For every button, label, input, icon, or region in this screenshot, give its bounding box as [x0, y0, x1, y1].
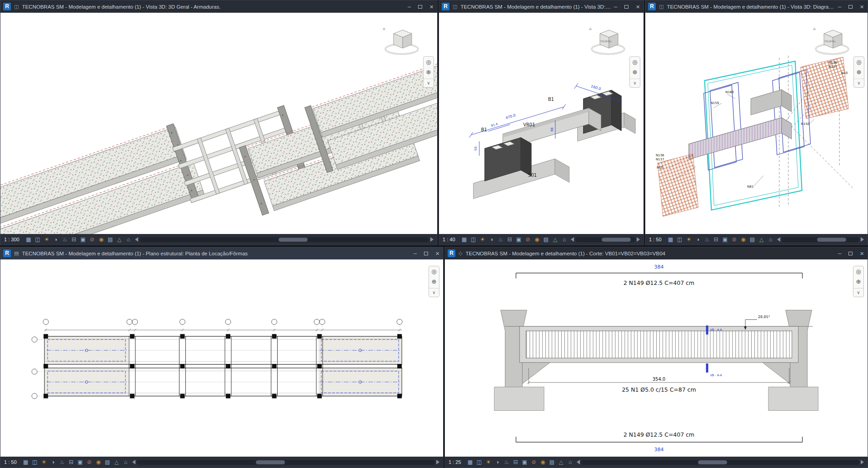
- detail-level-icon[interactable]: ▦: [667, 234, 675, 244]
- close-button[interactable]: ×: [860, 4, 864, 10]
- reveal-hidden-elements-icon[interactable]: ◉: [533, 234, 541, 244]
- sun-path-icon[interactable]: ☀: [43, 234, 51, 244]
- scrollbar-track[interactable]: [137, 460, 435, 465]
- temporary-hide-isolate-icon[interactable]: ⊘: [85, 457, 94, 467]
- viewcube-home-icon[interactable]: ⌂: [813, 26, 816, 31]
- viewcube[interactable]: ⌂: [379, 24, 423, 58]
- viewport-plan[interactable]: ◎ ⊕ ∨: [0, 259, 443, 457]
- minimize-button[interactable]: –: [414, 250, 417, 256]
- visual-style-icon[interactable]: ◫: [34, 234, 42, 244]
- close-button[interactable]: ×: [636, 4, 640, 10]
- shadows-icon[interactable]: ◑: [52, 234, 60, 244]
- show-crop-region-icon[interactable]: ▣: [76, 457, 85, 467]
- temporary-hide-isolate-icon[interactable]: ⊘: [530, 457, 538, 467]
- navbar-expand-icon[interactable]: ∨: [429, 288, 439, 295]
- scroll-left-arrow[interactable]: [132, 460, 135, 464]
- scrollbar-track[interactable]: [575, 237, 635, 242]
- viewport-3d-beam[interactable]: 470.0 160.0 91.4 60 98 B1 B1 VR01 S01 ⌂: [439, 13, 644, 234]
- scroll-left-arrow[interactable]: [135, 237, 138, 242]
- sun-path-icon[interactable]: ☀: [685, 234, 693, 244]
- restore-button[interactable]: [424, 252, 428, 255]
- temporary-view-properties-icon[interactable]: ▤: [748, 234, 757, 244]
- window-3d-rebar-diagram[interactable]: R ◫ TECNOBRAS SM - Modelagem e detalhame…: [645, 0, 868, 245]
- wheel-2d-icon[interactable]: ◎: [856, 268, 861, 275]
- viewcube-home-icon[interactable]: ⌂: [383, 26, 385, 31]
- scrollbar-thumb[interactable]: [698, 460, 727, 464]
- crop-view-icon[interactable]: ⊟: [67, 457, 75, 467]
- highlight-displacement-sets-icon[interactable]: ⌂: [122, 457, 130, 467]
- highlight-displacement-sets-icon[interactable]: ⌂: [125, 234, 133, 244]
- viewcube[interactable]: ⌂ FRONTAL: [809, 24, 853, 58]
- visual-style-icon[interactable]: ◫: [469, 234, 478, 244]
- window-titlebar[interactable]: R ▤ TECNOBRAS SM - Modelagem e detalhame…: [0, 247, 443, 259]
- detail-level-icon[interactable]: ▦: [22, 457, 30, 467]
- temporary-hide-isolate-icon[interactable]: ⊘: [524, 234, 532, 244]
- viewport-3d-geral[interactable]: ⌂ ◎ ⊕ ∨: [0, 13, 437, 234]
- crop-view-icon[interactable]: ⊟: [506, 234, 514, 244]
- navbar-expand-icon[interactable]: ∨: [853, 288, 863, 295]
- window-3d-beam[interactable]: R ◫ TECNOBRAS SM - Modelagem e detalhame…: [439, 0, 644, 245]
- show-rendering-dialog-icon[interactable]: ♨: [503, 457, 511, 467]
- detail-level-icon[interactable]: ▦: [460, 234, 469, 244]
- viewcube-home-icon[interactable]: ⌂: [589, 26, 592, 31]
- visual-style-icon[interactable]: ◫: [31, 457, 39, 467]
- wheel-2d-icon[interactable]: ◎: [431, 268, 436, 275]
- scrollbar-track[interactable]: [140, 237, 429, 242]
- window-titlebar[interactable]: R ◫ TECNOBRAS SM - Modelagem e detalhame…: [0, 0, 437, 13]
- highlight-displacement-sets-icon[interactable]: ⌂: [767, 234, 775, 244]
- horizontal-scrollbar[interactable]: [571, 236, 640, 243]
- highlight-displacement-sets-icon[interactable]: ⌂: [566, 457, 574, 467]
- scrollbar-track[interactable]: [581, 460, 859, 465]
- view-scale-button[interactable]: 1 : 40: [441, 237, 459, 242]
- scroll-right-arrow[interactable]: [861, 237, 864, 242]
- shadows-icon[interactable]: ◑: [494, 457, 502, 467]
- horizontal-scrollbar[interactable]: [577, 459, 864, 465]
- show-rendering-dialog-icon[interactable]: ♨: [58, 457, 66, 467]
- viewport-section[interactable]: 384 2 N149 Ø12.5 C=407 cm VB - A-A: [445, 259, 868, 457]
- sun-path-icon[interactable]: ☀: [484, 457, 493, 467]
- show-crop-region-icon[interactable]: ▣: [521, 457, 529, 467]
- navigation-bar[interactable]: ◎ ⊕ ∨: [423, 56, 434, 88]
- minimize-button[interactable]: –: [408, 4, 411, 10]
- scroll-right-arrow[interactable]: [861, 460, 864, 464]
- crop-view-icon[interactable]: ⊟: [70, 234, 78, 244]
- sun-path-icon[interactable]: ☀: [40, 457, 48, 467]
- window-titlebar[interactable]: R ◇ TECNOBRAS SM - Modelagem e detalhame…: [445, 247, 868, 259]
- window-plan-locacao-formas[interactable]: R ▤ TECNOBRAS SM - Modelagem e detalhame…: [0, 247, 444, 468]
- window-titlebar[interactable]: R ◫ TECNOBRAS SM - Modelagem e detalhame…: [439, 0, 644, 13]
- navigation-bar[interactable]: ◎ ⊕ ∨: [853, 266, 864, 297]
- restore-button[interactable]: [848, 5, 853, 9]
- minimize-button[interactable]: –: [838, 250, 841, 256]
- visual-style-icon[interactable]: ◫: [676, 234, 684, 244]
- viewcube-cube[interactable]: FRONTAL: [600, 30, 618, 48]
- steering-wheel-icon[interactable]: ◎: [632, 59, 637, 65]
- scroll-right-arrow[interactable]: [430, 237, 434, 242]
- viewcube-cube[interactable]: [394, 30, 412, 48]
- reveal-hidden-elements-icon[interactable]: ◉: [95, 457, 103, 467]
- show-analytical-model-icon[interactable]: △: [557, 457, 565, 467]
- show-rendering-dialog-icon[interactable]: ♨: [497, 234, 505, 244]
- restore-button[interactable]: [848, 252, 853, 255]
- window-3d-geral-armaduras[interactable]: R ◫ TECNOBRAS SM - Modelagem e detalhame…: [0, 0, 438, 245]
- temporary-hide-isolate-icon[interactable]: ⊘: [88, 234, 96, 244]
- detail-level-icon[interactable]: ▦: [25, 234, 33, 244]
- sun-path-icon[interactable]: ☀: [479, 234, 487, 244]
- horizontal-scrollbar[interactable]: [135, 236, 434, 243]
- restore-button[interactable]: [624, 5, 629, 9]
- steering-wheel-icon[interactable]: ◎: [856, 59, 861, 65]
- show-rendering-dialog-icon[interactable]: ♨: [703, 234, 711, 244]
- view-scale-button[interactable]: 1 : 50: [648, 237, 666, 242]
- crop-view-icon[interactable]: ⊟: [712, 234, 720, 244]
- scrollbar-thumb[interactable]: [602, 238, 631, 242]
- scrollbar-thumb[interactable]: [279, 238, 308, 242]
- zoom-icon[interactable]: ⊕: [426, 69, 431, 75]
- viewport-rebar-diagram[interactable]: N160 N159 N136 N137 N10 N81 N150 N136 N1…: [645, 13, 868, 234]
- navigation-bar[interactable]: ◎ ⊕ ∨: [853, 56, 864, 88]
- scroll-left-arrow[interactable]: [777, 237, 780, 242]
- window-titlebar[interactable]: R ◫ TECNOBRAS SM - Modelagem e detalhame…: [645, 0, 868, 13]
- detail-level-icon[interactable]: ▦: [466, 457, 474, 467]
- horizontal-scrollbar[interactable]: [777, 236, 864, 243]
- show-analytical-model-icon[interactable]: △: [113, 457, 121, 467]
- highlight-displacement-sets-icon[interactable]: ⌂: [560, 234, 569, 244]
- show-analytical-model-icon[interactable]: △: [115, 234, 124, 244]
